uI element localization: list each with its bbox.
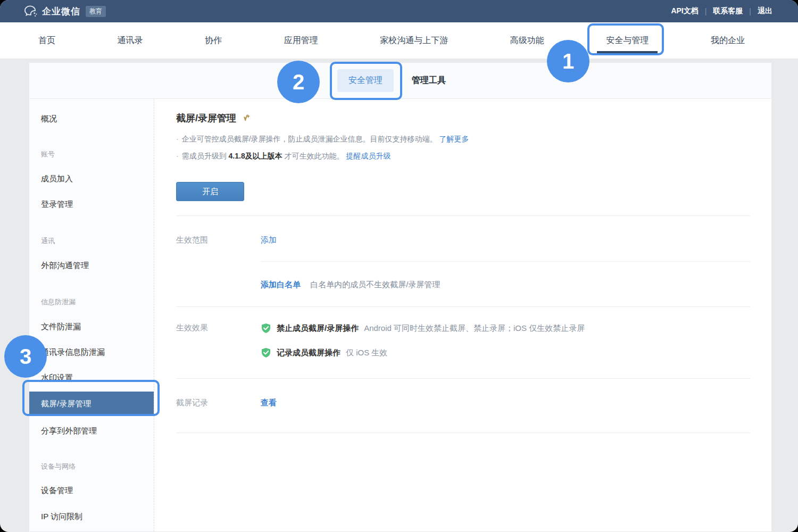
nav-collaboration[interactable]: 协作 <box>205 22 222 59</box>
sidebar: 概况 账号 成员加入 登录管理 通讯 外部沟通管理 信息防泄漏 文件防泄漏 通讯… <box>29 99 154 531</box>
api-docs-link[interactable]: API文档 <box>671 6 698 16</box>
sidebar-item-member-join[interactable]: 成员加入 <box>29 174 154 184</box>
shield-check-icon <box>261 347 271 358</box>
bullet-2-post: 才可生效此功能。 <box>282 152 344 160</box>
sidebar-item-external-communication[interactable]: 外部沟通管理 <box>29 261 154 270</box>
description-bullets: ·企业可管控成员截屏/录屏操作，防止成员泄漏企业信息。目前仅支持移动端。 了解更… <box>176 133 750 162</box>
topbar: 企业微信 教育 API文档 | 联系客服 | 退出 <box>0 0 798 22</box>
scope-label: 生效范围 <box>176 235 261 245</box>
sidebar-section-communication: 通讯 <box>29 237 154 245</box>
whitelist-row: 添加白名单 白名单内的成员不生效截屏/录屏管理 <box>176 262 750 306</box>
effect-label: 生效效果 <box>176 323 261 372</box>
brand-name: 企业微信 <box>42 5 80 18</box>
annotation-circle-step3: 3 <box>4 335 47 378</box>
bullet-dot: · <box>176 135 179 143</box>
learn-more-link[interactable]: 了解更多 <box>439 135 469 143</box>
sparkle-icon <box>240 113 251 123</box>
nav-my-company[interactable]: 我的企业 <box>711 22 745 59</box>
effect-value: 禁止成员截屏/录屏操作 Android 可同时生效禁止截屏、禁止录屏；iOS 仅… <box>261 323 750 372</box>
annotation-circle-step2: 2 <box>277 61 320 103</box>
topbar-links: API文档 | 联系客服 | 退出 <box>671 6 772 16</box>
divider <box>176 433 750 433</box>
effect-forbid-title: 禁止成员截屏/录屏操作 <box>277 323 359 334</box>
effect-section: 生效效果 禁止成员截屏/录屏操作 Android 可同时生效禁止截屏、禁止录屏；… <box>176 307 750 372</box>
effect-record-note: 仅 iOS 生效 <box>346 348 387 358</box>
version-requirement: 4.1.8及以上版本 <box>229 152 282 160</box>
bullet-2: ·需成员升级到 4.1.8及以上版本 才可生效此功能。 提醒成员升级 <box>176 150 750 162</box>
page-title: 截屏/录屏管理 <box>176 112 750 124</box>
panel-body: 概况 账号 成员加入 登录管理 通讯 外部沟通管理 信息防泄漏 文件防泄漏 通讯… <box>29 99 771 531</box>
nav-advanced-features[interactable]: 高级功能 <box>510 22 544 59</box>
effect-record-title: 记录成员截屏操作 <box>277 348 340 358</box>
record-value: 查看 <box>261 398 750 408</box>
sidebar-item-contacts-leak-prevention[interactable]: 通讯录信息防泄漏 <box>29 347 154 357</box>
admin-panel: 安全管理 管理工具 概况 账号 成员加入 登录管理 通讯 外部沟通管理 信息防泄… <box>29 63 771 532</box>
record-section: 截屏记录 查看 <box>176 379 750 433</box>
annotation-circle-step1: 1 <box>547 40 589 82</box>
effect-forbid-note: Android 可同时生效禁止截屏、禁止录屏；iOS 仅生效禁止录屏 <box>364 323 585 334</box>
sidebar-item-ip-access-restriction[interactable]: IP 访问限制 <box>29 512 154 521</box>
annotation-box-step2 <box>330 62 402 100</box>
edu-badge: 教育 <box>86 6 106 17</box>
main-content: 截屏/录屏管理 ·企业可管控成员截屏/录屏操作，防止成员泄漏企业信息。目前仅支持… <box>154 99 771 531</box>
contact-support-link[interactable]: 联系客服 <box>713 6 743 16</box>
sidebar-section-devices-network: 设备与网络 <box>29 462 154 471</box>
add-whitelist-link[interactable]: 添加白名单 <box>261 280 301 289</box>
nav-home[interactable]: 首页 <box>38 22 55 59</box>
sidebar-item-file-leak-prevention[interactable]: 文件防泄漏 <box>29 322 154 331</box>
tab-management-tools[interactable]: 管理工具 <box>412 75 446 86</box>
add-scope-link[interactable]: 添加 <box>261 235 277 244</box>
annotation-box-step3 <box>22 380 160 416</box>
sidebar-item-overview[interactable]: 概况 <box>29 114 154 123</box>
remind-upgrade-link[interactable]: 提醒成员升级 <box>346 152 390 160</box>
effect-item-record: 记录成员截屏操作 仅 iOS 生效 <box>261 347 750 358</box>
annotation-box-step1 <box>587 23 664 55</box>
main-nav: 首页 通讯录 协作 应用管理 家校沟通与上下游 高级功能 安全与管理 我的企业 <box>0 22 798 59</box>
effect-item-forbid: 禁止成员截屏/录屏操作 Android 可同时生效禁止截屏、禁止录屏；iOS 仅… <box>261 323 750 334</box>
brand-logo[interactable]: 企业微信 教育 <box>23 4 106 19</box>
nav-app-management[interactable]: 应用管理 <box>284 22 318 59</box>
scope-value: 添加 <box>261 235 750 245</box>
shield-check-icon <box>261 323 271 334</box>
bullet-1: ·企业可管控成员截屏/录屏操作，防止成员泄漏企业信息。目前仅支持移动端。 了解更… <box>176 133 750 145</box>
wecom-bubble-icon <box>23 4 38 19</box>
separator: | <box>749 7 751 15</box>
separator: | <box>705 7 707 15</box>
bullet-2-pre: 需成员升级到 <box>182 152 229 160</box>
whitelist-note: 白名单内的成员不生效截屏/录屏管理 <box>310 280 440 289</box>
nav-school-communication[interactable]: 家校沟通与上下游 <box>380 22 448 59</box>
app-window: 企业微信 教育 API文档 | 联系客服 | 退出 首页 通讯录 协作 应用管理… <box>0 0 798 532</box>
logout-link[interactable]: 退出 <box>758 6 772 16</box>
nav-contacts[interactable]: 通讯录 <box>118 22 143 59</box>
sidebar-item-external-share-management[interactable]: 分享到外部管理 <box>29 426 154 436</box>
sidebar-item-login-management[interactable]: 登录管理 <box>29 200 154 209</box>
view-records-link[interactable]: 查看 <box>261 398 277 407</box>
bullet-dot: · <box>176 152 179 160</box>
enable-button[interactable]: 开启 <box>176 182 244 201</box>
record-label: 截屏记录 <box>176 398 261 408</box>
page-title-text: 截屏/录屏管理 <box>176 112 236 124</box>
bullet-1-text: 企业可管控成员截屏/录屏操作，防止成员泄漏企业信息。目前仅支持移动端。 <box>182 135 437 143</box>
sidebar-item-device-management[interactable]: 设备管理 <box>29 486 154 495</box>
sidebar-section-account: 账号 <box>29 150 154 159</box>
scope-section: 生效范围 添加 <box>176 216 750 245</box>
sidebar-section-info-leak-prevention: 信息防泄漏 <box>29 298 154 306</box>
